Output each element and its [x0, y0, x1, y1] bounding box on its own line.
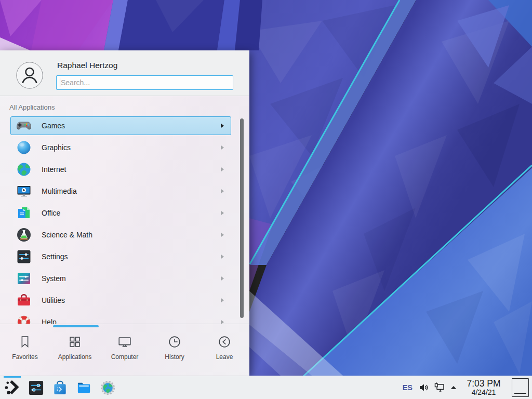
category-item[interactable]: Multimedia: [10, 182, 231, 201]
tab-icon: [217, 334, 232, 350]
tray-expand-icon[interactable]: [449, 383, 458, 392]
category-item[interactable]: Office: [10, 204, 231, 222]
keyboard-layout-indicator[interactable]: ES: [403, 383, 413, 392]
category-icon: [16, 183, 32, 200]
category-label: Office: [42, 209, 60, 217]
category-label: Graphics: [42, 143, 71, 152]
category-item[interactable]: Science & Math: [10, 225, 231, 244]
tab-label: Computer: [111, 353, 139, 361]
taskbar-app-button-file-manager[interactable]: [75, 376, 92, 399]
category-item[interactable]: Graphics: [10, 138, 231, 157]
volume-icon[interactable]: [418, 382, 430, 393]
category-icon: [16, 139, 32, 156]
taskbar-app-button-application-launcher[interactable]: [4, 376, 21, 399]
digital-clock[interactable]: 7:03 PM 4/24/21: [463, 379, 504, 396]
category-icon: [16, 161, 32, 178]
show-desktop-button[interactable]: [512, 378, 529, 397]
tab-icon: [117, 334, 132, 350]
category-label: Settings: [42, 252, 68, 261]
submenu-arrow-icon: [220, 320, 224, 324]
category-list: Games Graphics Internet Multimedia O: [0, 116, 249, 324]
submenu-arrow-icon: [220, 123, 224, 128]
category-icon: [16, 227, 32, 243]
category-label: System: [42, 274, 66, 283]
tab-bar: Favorites Applications Computer History …: [0, 324, 249, 376]
submenu-arrow-icon: [220, 254, 224, 259]
category-label: Help: [42, 318, 57, 324]
submenu-arrow-icon: [220, 298, 224, 303]
category-icon: [16, 292, 32, 309]
taskbar-app-icons: [4, 376, 116, 399]
submenu-arrow-icon: [220, 189, 224, 194]
section-label: All Applications: [9, 103, 55, 111]
category-icon: [16, 205, 32, 221]
system-tray: ES 7:03 PM 4/24/21: [403, 376, 532, 399]
application-launcher-menu: Raphael Hertzog All Applications Games G…: [0, 50, 249, 376]
submenu-arrow-icon: [220, 167, 224, 172]
taskbar-app-icon: [75, 379, 92, 396]
tab-label: Applications: [58, 353, 92, 361]
category-label: Science & Math: [42, 231, 92, 239]
text-caret: [60, 78, 60, 87]
tab[interactable]: Applications: [50, 334, 100, 376]
taskbar-app-button-system-settings[interactable]: [28, 376, 45, 399]
category-label: Internet: [42, 165, 66, 174]
tab[interactable]: History: [150, 334, 200, 376]
tab[interactable]: Favorites: [0, 334, 50, 376]
category-icon: [16, 248, 32, 265]
scrollbar-handle[interactable]: [240, 118, 244, 318]
category-label: Utilities: [42, 296, 65, 304]
category-icon: [16, 117, 32, 134]
taskbar-app-icon: [99, 379, 116, 396]
taskbar-app-button-discover[interactable]: [51, 376, 69, 399]
category-item[interactable]: Settings: [10, 247, 231, 266]
clock-date: 4/24/21: [463, 389, 504, 396]
taskbar: ES 7:03 PM 4/24/21: [0, 376, 532, 399]
tab-label: Favorites: [12, 353, 37, 361]
launcher-header: Raphael Hertzog: [0, 50, 249, 96]
category-icon: [16, 270, 32, 287]
submenu-arrow-icon: [220, 276, 224, 281]
taskbar-app-icon: [4, 379, 21, 396]
submenu-arrow-icon: [220, 232, 224, 237]
category-item[interactable]: System: [10, 269, 231, 288]
search-input[interactable]: [56, 75, 233, 90]
launcher-footer: Favorites Applications Computer History …: [0, 324, 249, 376]
taskbar-app-icon: [28, 379, 45, 396]
tab-label: Leave: [216, 353, 233, 361]
category-label: Games: [42, 122, 65, 130]
tab[interactable]: Leave: [200, 334, 249, 376]
tab-label: History: [165, 353, 184, 361]
tab-icon: [67, 334, 83, 350]
tab-icon: [167, 334, 182, 350]
taskbar-app-button-web-browser[interactable]: [99, 376, 116, 399]
taskbar-app-icon: [51, 379, 69, 396]
category-icon: [16, 314, 32, 324]
network-icon[interactable]: [434, 382, 445, 393]
category-item[interactable]: Utilities: [10, 291, 231, 310]
user-avatar-icon[interactable]: [16, 62, 43, 89]
category-item[interactable]: Games: [10, 116, 231, 135]
tab[interactable]: Computer: [100, 334, 150, 376]
category-item[interactable]: Internet: [10, 160, 231, 179]
user-name: Raphael Hertzog: [57, 61, 117, 70]
desktop: Raphael Hertzog All Applications Games G…: [0, 0, 532, 399]
category-item[interactable]: Help: [10, 313, 231, 324]
submenu-arrow-icon: [220, 210, 224, 216]
active-tab-indicator: [53, 325, 99, 327]
clock-time: 7:03 PM: [463, 379, 504, 388]
category-label: Multimedia: [42, 187, 77, 195]
submenu-arrow-icon: [220, 145, 224, 150]
tab-icon: [17, 334, 33, 350]
